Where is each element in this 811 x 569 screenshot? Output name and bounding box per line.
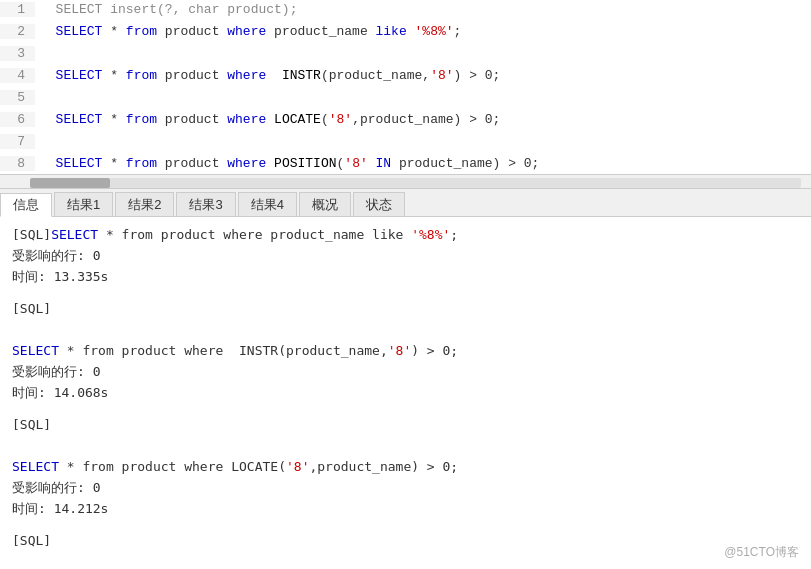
tab-result1[interactable]: 结果1 — [54, 192, 113, 216]
line-num-3: 3 — [0, 46, 35, 61]
line-6: 6 SELECT * from product where LOCATE('8'… — [0, 112, 811, 134]
line-2: 2 SELECT * from product where product_na… — [0, 24, 811, 46]
line-content-1: SELECT insert(?, char product); — [35, 2, 297, 17]
line-content-8: SELECT * from product where POSITION('8'… — [35, 156, 539, 171]
line-1: 1 SELECT insert(?, char product); — [0, 2, 811, 24]
result-block1-time: 时间: 13.335s — [12, 267, 799, 288]
scrollbar-track — [30, 178, 801, 188]
line-content-6: SELECT * from product where LOCATE('8',p… — [35, 112, 500, 127]
line-num-1: 1 — [0, 2, 35, 17]
result-block4-sql-tag: [SQL] — [12, 531, 799, 552]
result-block3-time: 时间: 14.212s — [12, 499, 799, 520]
line-4: 4 SELECT * from product where INSTR(prod… — [0, 68, 811, 90]
editor-area[interactable]: 1 SELECT insert(?, char product); 2 SELE… — [0, 0, 811, 175]
result-block1-affected: 受影响的行: 0 — [12, 246, 799, 267]
result-block2-sql-tag: [SQL] — [12, 299, 799, 320]
result-block-2: [SQL] SELECT * from product where INSTR(… — [12, 299, 799, 403]
result-block3-empty — [12, 436, 799, 457]
line-num-7: 7 — [0, 134, 35, 149]
result-block-3: [SQL] SELECT * from product where LOCATE… — [12, 415, 799, 519]
result-area[interactable]: [SQL]SELECT * from product where product… — [0, 217, 811, 569]
result-block4-empty — [12, 552, 799, 569]
result-block1-sql-line: [SQL]SELECT * from product where product… — [12, 225, 799, 246]
result-block3-sql-tag: [SQL] — [12, 415, 799, 436]
result-block3-query: SELECT * from product where LOCATE('8',p… — [12, 457, 799, 478]
line-num-5: 5 — [0, 90, 35, 105]
line-content-2: SELECT * from product where product_name… — [35, 24, 461, 39]
line-num-4: 4 — [0, 68, 35, 83]
tabs-bar: 信息 结果1 结果2 结果3 结果4 概况 状态 — [0, 189, 811, 217]
tab-info[interactable]: 信息 — [0, 193, 52, 217]
scrollbar-thumb[interactable] — [30, 178, 110, 188]
horizontal-scrollbar[interactable] — [0, 175, 811, 189]
line-3: 3 — [0, 46, 811, 68]
result-block-1: [SQL]SELECT * from product where product… — [12, 225, 799, 287]
tab-result2[interactable]: 结果2 — [115, 192, 174, 216]
result-block2-query: SELECT * from product where INSTR(produc… — [12, 341, 799, 362]
line-5: 5 — [0, 90, 811, 112]
tab-overview[interactable]: 概况 — [299, 192, 351, 216]
line-7: 7 — [0, 134, 811, 156]
result-block3-affected: 受影响的行: 0 — [12, 478, 799, 499]
tab-result4[interactable]: 结果4 — [238, 192, 297, 216]
line-num-2: 2 — [0, 24, 35, 39]
line-num-6: 6 — [0, 112, 35, 127]
result-block2-affected: 受影响的行: 0 — [12, 362, 799, 383]
line-8: 8 SELECT * from product where POSITION('… — [0, 156, 811, 175]
tab-result3[interactable]: 结果3 — [176, 192, 235, 216]
tab-status[interactable]: 状态 — [353, 192, 405, 216]
line-content-4: SELECT * from product where INSTR(produc… — [35, 68, 500, 83]
line-num-8: 8 — [0, 156, 35, 171]
watermark: @51CTO博客 — [724, 544, 799, 561]
result-block2-empty — [12, 320, 799, 341]
result-block-4: [SQL] SELECT * from product where POSITI… — [12, 531, 799, 569]
result-block2-time: 时间: 14.068s — [12, 383, 799, 404]
